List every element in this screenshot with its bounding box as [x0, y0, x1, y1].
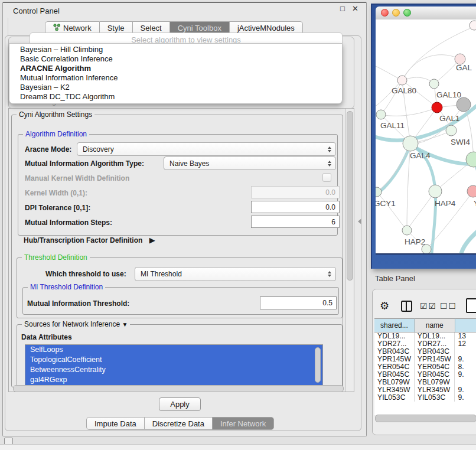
splitpane-collapse-icon[interactable] [358, 219, 361, 224]
table-row[interactable]: YPR145WYPR145W9. [374, 356, 476, 363]
which-threshold-combo[interactable]: MI Threshold [135, 267, 336, 281]
zoom-traffic-light[interactable] [403, 9, 411, 17]
apply-button[interactable]: Apply [159, 397, 201, 411]
tab-impute-data[interactable]: Impute Data [86, 417, 145, 430]
network-node-label: GAL4 [410, 151, 431, 160]
table-row[interactable]: YER054CYER054C8. [374, 363, 476, 371]
mi-steps-input[interactable]: 6 [251, 216, 340, 228]
network-node-label: SWI4 [451, 138, 470, 146]
mi-algorithm-type-value: Naive Bayes [164, 159, 328, 168]
dpi-tolerance-input[interactable]: 0.0 [251, 201, 340, 213]
network-node-swi4[interactable] [446, 125, 457, 136]
tab-discretize-data[interactable]: Discretize Data [145, 417, 213, 430]
network-node-label: HAP2 [405, 237, 425, 246]
unchecked-pair-icon[interactable]: ☐☐ [440, 301, 457, 311]
tab-label: Infer Network [220, 419, 266, 428]
manual-kernel-width-label: Manual Kernel Width Definition [25, 174, 129, 182]
table-body: YDL19...YDL19...13YDR27...YDR27...12YBR0… [374, 332, 476, 403]
network-node-hap2[interactable] [402, 226, 412, 235]
network-node[interactable] [470, 21, 476, 30]
kernel-width-input[interactable]: 0.0 [251, 186, 340, 198]
collapse-down-icon: ▼ [122, 321, 128, 328]
network-node[interactable] [422, 244, 431, 254]
aracne-mode-combo[interactable]: Discovery [77, 142, 336, 156]
column-header-extra[interactable] [455, 318, 476, 332]
table-cell: YLR345W [415, 386, 455, 394]
algorithm-option[interactable]: Basic Correlation Inference [9, 54, 342, 64]
threshold-definition-title: Threshold Definition [22, 253, 90, 262]
algorithm-option[interactable]: Mutual Information Inference [9, 73, 342, 83]
attribute-list-item[interactable]: SelfLoops [25, 345, 322, 355]
gear-icon[interactable]: ⚙ [380, 299, 389, 312]
window-title: Control Panel [13, 6, 60, 15]
attribute-list-item[interactable]: gal4RGexp [25, 375, 322, 385]
table-panel-title: Table Panel [375, 274, 415, 283]
network-node-gal10[interactable] [429, 79, 439, 89]
close-traffic-light[interactable] [381, 9, 389, 17]
table-row[interactable]: YIL053CYIL053C9. [374, 394, 476, 402]
manual-kernel-width-checkbox[interactable] [322, 173, 331, 182]
sources-title-label: Sources for Network Inference [24, 320, 120, 328]
table-cell: YER054C [374, 363, 415, 371]
tab-label: jActiveMNodules [237, 24, 295, 32]
table-row[interactable]: YLR345WYLR345W9. [374, 386, 476, 394]
network-node-label: HAP4 [435, 199, 456, 208]
table-horizontal-scrollbar-thumb[interactable] [375, 415, 476, 422]
table-cell: YDR27... [415, 340, 455, 348]
table-body-filler [374, 403, 476, 415]
mi-threshold-definition-title: MI Threshold Definition [28, 283, 105, 291]
aracne-mode-value: Discovery [77, 145, 328, 154]
table-cell: 9. [455, 386, 476, 394]
algorithm-option[interactable]: Bayesian – K2 [9, 83, 342, 92]
page-icon[interactable] [466, 298, 476, 313]
algorithm-option[interactable]: Bayesian – Hill Climbing [9, 45, 342, 54]
sources-title[interactable]: Sources for Network Inference ▼ [22, 320, 130, 328]
network-canvas[interactable]: GALGAL80GAL10GAL1GAL11SWI4GAL4GCY1HAP4YH… [376, 19, 476, 255]
attribute-list-item[interactable]: TopologicalCoefficient [25, 355, 322, 365]
network-node-gal4[interactable] [403, 136, 418, 151]
settings-vertical-scrollbar-thumb[interactable] [347, 111, 353, 281]
stepper-icon [328, 271, 331, 277]
mi-threshold-input[interactable]: 0.5 [260, 296, 337, 309]
table-row[interactable]: YDR27...YDR27...12 [374, 340, 476, 348]
tab-infer-network[interactable]: Infer Network [213, 417, 274, 430]
attributes-scrollbar-thumb[interactable] [315, 347, 321, 383]
tab-label: Style [107, 24, 125, 32]
network-edge [461, 227, 476, 253]
hub-definition-toggle[interactable]: Hub/Transcription Factor Definition ▶ [24, 236, 155, 244]
column-header-name[interactable]: name [415, 318, 455, 332]
network-window-titlebar[interactable] [376, 6, 476, 20]
close-window-button[interactable]: ✕ [352, 4, 358, 13]
minimize-traffic-light[interactable] [392, 9, 400, 17]
column-header-shared...[interactable]: shared... [374, 318, 415, 332]
table-row[interactable]: YBR045CYBR045C9. [374, 371, 476, 379]
network-node-gal11[interactable] [376, 110, 386, 119]
network-node-hap4[interactable] [429, 185, 442, 198]
table-row[interactable]: YBR043CYBR043C [374, 348, 476, 356]
network-node[interactable] [457, 97, 471, 112]
split-columns-icon[interactable] [401, 301, 412, 312]
hub-definition-label: Hub/Transcription Factor Definition [24, 236, 142, 244]
network-node-y[interactable] [467, 185, 476, 197]
network-node-label: Y [474, 199, 476, 208]
settings-horizontal-scrollbar-thumb[interactable] [13, 385, 344, 392]
mi-algorithm-type-combo[interactable]: Naive Bayes [164, 156, 336, 170]
stepper-icon [328, 161, 331, 167]
network-node-gal1[interactable] [432, 102, 442, 113]
table-row[interactable]: YDL19...YDL19...13 [374, 332, 476, 340]
table-row[interactable]: YBL079WYBL079W [374, 379, 476, 386]
checked-pair-icon[interactable]: ☑☑ [420, 301, 437, 311]
float-window-button[interactable]: □ [340, 4, 345, 13]
tab-label: Cyni Toolbox [178, 24, 221, 32]
table-cell: YPR145W [374, 356, 415, 363]
settings-vertical-scrollbar[interactable] [345, 109, 354, 392]
algorithm-option[interactable]: ARACNE Algorithm [9, 64, 342, 73]
network-edge [381, 107, 437, 116]
table-cell: YDL19... [374, 332, 415, 340]
kernel-width-label: Kernel Width (0,1): [25, 189, 87, 197]
table-cell: YBL079W [415, 379, 455, 386]
attribute-list-item[interactable]: BetweennessCentrality [25, 365, 322, 375]
algorithm-option[interactable]: Dream8 DC_TDC Algorithm [9, 92, 342, 102]
data-attributes-list[interactable]: SelfLoopsTopologicalCoefficientBetweenne… [25, 344, 323, 386]
network-node-gal80[interactable] [397, 76, 407, 85]
